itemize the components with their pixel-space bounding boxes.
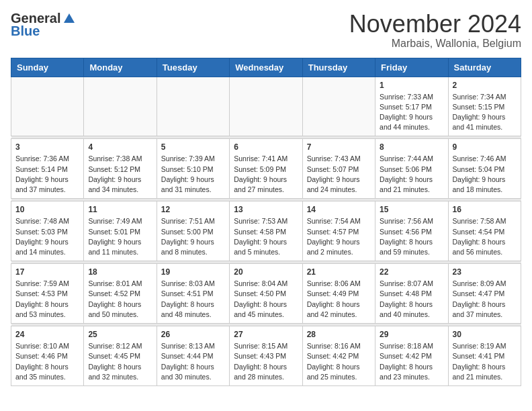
day-number: 29 bbox=[380, 330, 443, 339]
calendar-cell: 25Sunrise: 8:12 AM Sunset: 4:45 PM Dayli… bbox=[84, 326, 157, 386]
day-number: 4 bbox=[88, 142, 152, 152]
calendar-week-2: 3Sunrise: 7:36 AM Sunset: 5:14 PM Daylig… bbox=[11, 139, 521, 199]
day-number: 8 bbox=[380, 142, 443, 152]
calendar-cell: 4Sunrise: 7:38 AM Sunset: 5:12 PM Daylig… bbox=[84, 139, 157, 199]
day-of-week-monday: Monday bbox=[84, 58, 157, 77]
day-info: Sunrise: 7:56 AM Sunset: 4:56 PM Dayligh… bbox=[380, 216, 443, 257]
day-number: 21 bbox=[307, 267, 371, 277]
day-info: Sunrise: 7:48 AM Sunset: 5:03 PM Dayligh… bbox=[15, 216, 79, 257]
day-number: 5 bbox=[161, 142, 225, 152]
calendar-cell: 20Sunrise: 8:04 AM Sunset: 4:50 PM Dayli… bbox=[230, 264, 302, 324]
day-number: 10 bbox=[15, 205, 79, 214]
day-info: Sunrise: 7:54 AM Sunset: 4:57 PM Dayligh… bbox=[307, 216, 371, 257]
calendar-cell: 23Sunrise: 8:09 AM Sunset: 4:47 PM Dayli… bbox=[448, 264, 521, 324]
day-info: Sunrise: 8:04 AM Sunset: 4:50 PM Dayligh… bbox=[234, 279, 298, 320]
calendar-cell: 26Sunrise: 8:13 AM Sunset: 4:44 PM Dayli… bbox=[157, 326, 229, 386]
day-info: Sunrise: 7:58 AM Sunset: 4:54 PM Dayligh… bbox=[453, 216, 517, 257]
day-number: 18 bbox=[88, 267, 152, 277]
day-info: Sunrise: 8:03 AM Sunset: 4:51 PM Dayligh… bbox=[161, 279, 225, 320]
calendar-cell: 7Sunrise: 7:43 AM Sunset: 5:07 PM Daylig… bbox=[302, 139, 375, 199]
logo-icon bbox=[62, 12, 76, 26]
day-info: Sunrise: 7:59 AM Sunset: 4:53 PM Dayligh… bbox=[15, 279, 79, 320]
day-info: Sunrise: 7:46 AM Sunset: 5:04 PM Dayligh… bbox=[453, 154, 517, 195]
day-number: 26 bbox=[161, 330, 225, 339]
calendar-cell: 16Sunrise: 7:58 AM Sunset: 4:54 PM Dayli… bbox=[448, 201, 521, 261]
day-info: Sunrise: 8:09 AM Sunset: 4:47 PM Dayligh… bbox=[453, 279, 517, 320]
day-info: Sunrise: 8:07 AM Sunset: 4:48 PM Dayligh… bbox=[380, 279, 443, 320]
calendar-cell: 15Sunrise: 7:56 AM Sunset: 4:56 PM Dayli… bbox=[375, 201, 448, 261]
day-of-week-sunday: Sunday bbox=[11, 58, 84, 77]
calendar-week-3: 10Sunrise: 7:48 AM Sunset: 5:03 PM Dayli… bbox=[11, 201, 521, 261]
month-title: November 2024 bbox=[349, 11, 521, 38]
day-info: Sunrise: 7:53 AM Sunset: 4:58 PM Dayligh… bbox=[234, 216, 298, 257]
calendar-cell: 8Sunrise: 7:44 AM Sunset: 5:06 PM Daylig… bbox=[375, 139, 448, 199]
day-info: Sunrise: 7:49 AM Sunset: 5:01 PM Dayligh… bbox=[88, 216, 152, 257]
calendar-cell: 5Sunrise: 7:39 AM Sunset: 5:10 PM Daylig… bbox=[157, 139, 229, 199]
day-info: Sunrise: 8:12 AM Sunset: 4:45 PM Dayligh… bbox=[88, 341, 152, 382]
calendar-cell: 14Sunrise: 7:54 AM Sunset: 4:57 PM Dayli… bbox=[302, 201, 375, 261]
day-number: 28 bbox=[307, 330, 371, 339]
calendar-week-1: 1Sunrise: 7:33 AM Sunset: 5:17 PM Daylig… bbox=[11, 77, 521, 136]
day-info: Sunrise: 7:39 AM Sunset: 5:10 PM Dayligh… bbox=[161, 154, 225, 195]
day-of-week-thursday: Thursday bbox=[302, 58, 375, 77]
day-info: Sunrise: 7:36 AM Sunset: 5:14 PM Dayligh… bbox=[15, 154, 79, 195]
day-info: Sunrise: 8:19 AM Sunset: 4:41 PM Dayligh… bbox=[453, 341, 517, 382]
day-number: 24 bbox=[15, 330, 79, 339]
day-info: Sunrise: 7:41 AM Sunset: 5:09 PM Dayligh… bbox=[234, 154, 298, 195]
day-number: 15 bbox=[380, 205, 443, 214]
calendar-cell: 19Sunrise: 8:03 AM Sunset: 4:51 PM Dayli… bbox=[157, 264, 229, 324]
calendar-cell bbox=[302, 77, 375, 136]
day-of-week-saturday: Saturday bbox=[448, 58, 521, 77]
day-info: Sunrise: 8:13 AM Sunset: 4:44 PM Dayligh… bbox=[161, 341, 225, 382]
calendar-cell bbox=[157, 77, 229, 136]
calendar-cell: 29Sunrise: 8:18 AM Sunset: 4:42 PM Dayli… bbox=[375, 326, 448, 386]
calendar-cell: 6Sunrise: 7:41 AM Sunset: 5:09 PM Daylig… bbox=[230, 139, 302, 199]
calendar-cell: 11Sunrise: 7:49 AM Sunset: 5:01 PM Dayli… bbox=[84, 201, 157, 261]
svg-marker-0 bbox=[64, 13, 75, 23]
day-number: 16 bbox=[453, 205, 517, 214]
day-number: 19 bbox=[161, 267, 225, 277]
calendar-table: SundayMondayTuesdayWednesdayThursdayFrid… bbox=[11, 58, 521, 386]
calendar-cell: 28Sunrise: 8:16 AM Sunset: 4:42 PM Dayli… bbox=[302, 326, 375, 386]
day-number: 2 bbox=[453, 81, 517, 90]
day-number: 27 bbox=[234, 330, 298, 339]
title-block: November 2024 Marbais, Wallonia, Belgium bbox=[349, 11, 521, 50]
day-number: 30 bbox=[453, 330, 517, 339]
calendar-header-row: SundayMondayTuesdayWednesdayThursdayFrid… bbox=[11, 58, 521, 77]
day-number: 11 bbox=[88, 205, 152, 214]
calendar-cell: 13Sunrise: 7:53 AM Sunset: 4:58 PM Dayli… bbox=[230, 201, 302, 261]
day-info: Sunrise: 7:34 AM Sunset: 5:15 PM Dayligh… bbox=[453, 92, 517, 133]
calendar-cell: 24Sunrise: 8:10 AM Sunset: 4:46 PM Dayli… bbox=[11, 326, 84, 386]
logo-blue: Blue bbox=[11, 24, 40, 39]
calendar-cell: 9Sunrise: 7:46 AM Sunset: 5:04 PM Daylig… bbox=[448, 139, 521, 199]
calendar-cell bbox=[11, 77, 84, 136]
calendar-cell: 30Sunrise: 8:19 AM Sunset: 4:41 PM Dayli… bbox=[448, 326, 521, 386]
day-of-week-tuesday: Tuesday bbox=[157, 58, 229, 77]
day-info: Sunrise: 7:33 AM Sunset: 5:17 PM Dayligh… bbox=[380, 92, 443, 133]
calendar-cell: 2Sunrise: 7:34 AM Sunset: 5:15 PM Daylig… bbox=[448, 77, 521, 136]
calendar-cell: 1Sunrise: 7:33 AM Sunset: 5:17 PM Daylig… bbox=[375, 77, 448, 136]
day-info: Sunrise: 8:06 AM Sunset: 4:49 PM Dayligh… bbox=[307, 279, 371, 320]
day-number: 9 bbox=[453, 142, 517, 152]
day-info: Sunrise: 8:15 AM Sunset: 4:43 PM Dayligh… bbox=[234, 341, 298, 382]
calendar-cell bbox=[84, 77, 157, 136]
day-number: 1 bbox=[380, 81, 443, 90]
location: Marbais, Wallonia, Belgium bbox=[349, 38, 521, 50]
day-number: 17 bbox=[15, 267, 79, 277]
day-number: 20 bbox=[234, 267, 298, 277]
day-info: Sunrise: 8:01 AM Sunset: 4:52 PM Dayligh… bbox=[88, 279, 152, 320]
day-number: 14 bbox=[307, 205, 371, 214]
calendar-cell: 22Sunrise: 8:07 AM Sunset: 4:48 PM Dayli… bbox=[375, 264, 448, 324]
calendar-cell bbox=[230, 77, 302, 136]
calendar-week-4: 17Sunrise: 7:59 AM Sunset: 4:53 PM Dayli… bbox=[11, 264, 521, 324]
day-of-week-wednesday: Wednesday bbox=[230, 58, 302, 77]
day-number: 13 bbox=[234, 205, 298, 214]
calendar-cell: 17Sunrise: 7:59 AM Sunset: 4:53 PM Dayli… bbox=[11, 264, 84, 324]
day-of-week-friday: Friday bbox=[375, 58, 448, 77]
day-info: Sunrise: 7:43 AM Sunset: 5:07 PM Dayligh… bbox=[307, 154, 371, 195]
calendar-cell: 3Sunrise: 7:36 AM Sunset: 5:14 PM Daylig… bbox=[11, 139, 84, 199]
day-number: 3 bbox=[15, 142, 79, 152]
calendar-cell: 18Sunrise: 8:01 AM Sunset: 4:52 PM Dayli… bbox=[84, 264, 157, 324]
day-number: 23 bbox=[453, 267, 517, 277]
day-number: 25 bbox=[88, 330, 152, 339]
